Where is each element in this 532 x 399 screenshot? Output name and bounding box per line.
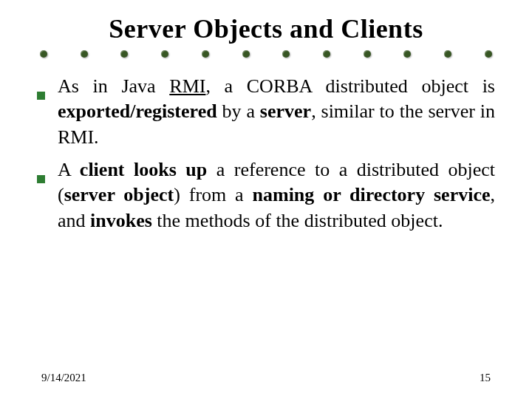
decorative-dot — [282, 50, 290, 58]
bullet-item: A client looks up a reference to a distr… — [37, 157, 495, 233]
slide-footer: 9/14/2021 15 — [0, 372, 532, 384]
bullet-square-icon — [37, 157, 58, 233]
bullet-text: As in Java RMI, a CORBA distributed obje… — [58, 74, 495, 150]
bullet-text: A client looks up a reference to a distr… — [58, 157, 495, 233]
slide-content: As in Java RMI, a CORBA distributed obje… — [37, 74, 495, 233]
decorative-dot — [444, 50, 451, 58]
slide-title: Server Objects and Clients — [37, 13, 495, 44]
decorative-dot — [81, 50, 88, 58]
decorative-dot — [364, 50, 371, 58]
decorative-dot — [40, 50, 47, 58]
decorative-dot — [120, 50, 128, 58]
decorative-dots-row — [37, 50, 495, 58]
decorative-dot — [242, 50, 250, 58]
decorative-dot — [202, 50, 209, 58]
footer-page-number: 15 — [480, 372, 491, 384]
decorative-dot — [323, 50, 330, 58]
bullet-item: As in Java RMI, a CORBA distributed obje… — [37, 74, 495, 150]
decorative-dot — [161, 50, 168, 58]
footer-date: 9/14/2021 — [41, 372, 86, 384]
slide: Server Objects and Clients As in Java RM… — [0, 0, 532, 399]
decorative-dot — [485, 50, 492, 58]
bullet-square-icon — [37, 74, 58, 150]
decorative-dot — [403, 50, 411, 58]
